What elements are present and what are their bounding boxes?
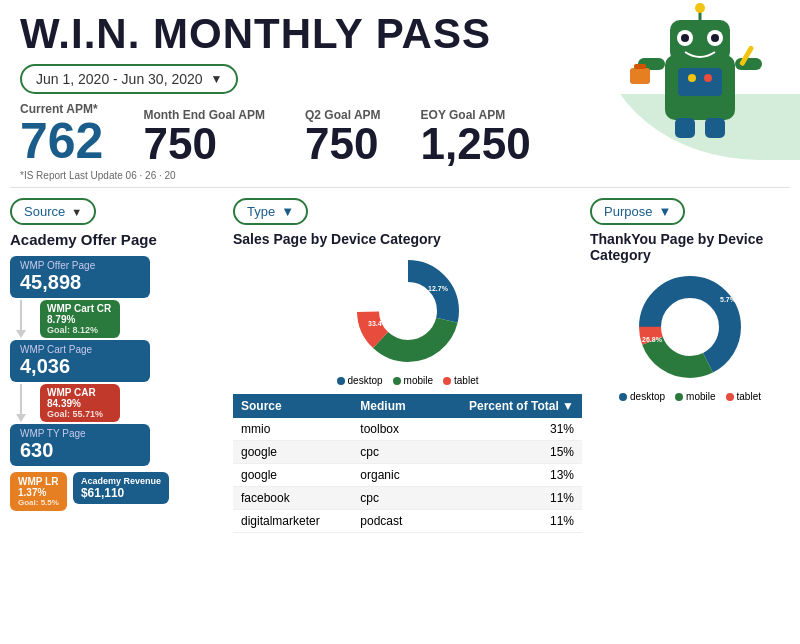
ty-tablet-label: tablet <box>737 391 761 402</box>
table-cell: google <box>233 441 352 464</box>
table-cell: podcast <box>352 510 429 533</box>
table-cell: 15% <box>430 441 582 464</box>
table-cell: 11% <box>430 510 582 533</box>
current-apm-block: Current APM* 762 <box>20 102 103 166</box>
ty-donut-chart: 67.5% 26.8% 5.7% <box>630 267 750 387</box>
legend-tablet: tablet <box>443 375 478 386</box>
table-cell: digitalmarketer <box>233 510 352 533</box>
chevron-down-icon: ▼ <box>281 204 294 219</box>
ty-page-value: 630 <box>20 439 140 462</box>
offer-page-value: 45,898 <box>20 271 140 294</box>
car-value: 84.39% <box>47 398 113 409</box>
month-end-apm-block: Month End Goal APM 750 <box>143 108 265 166</box>
table-cell: organic <box>352 464 429 487</box>
car-goal: Goal: 55.71% <box>47 409 113 419</box>
svg-text:26.8%: 26.8% <box>642 336 663 343</box>
car-badge: WMP CAR 84.39% Goal: 55.71% <box>40 384 120 422</box>
table-cell: mmio <box>233 418 352 441</box>
desktop-label: desktop <box>348 375 383 386</box>
ty-mobile-label: mobile <box>686 391 715 402</box>
left-panel: Source ▼ Academy Offer Page WMP Offer Pa… <box>10 198 225 533</box>
ty-mobile-dot <box>675 393 683 401</box>
eoy-apm-value: 1,250 <box>421 122 531 166</box>
source-dropdown-label: Source <box>24 204 65 219</box>
table-cell: google <box>233 464 352 487</box>
mobile-dot <box>393 377 401 385</box>
q2-apm-block: Q2 Goal APM 750 <box>305 108 381 166</box>
ty-desktop-label: desktop <box>630 391 665 402</box>
sales-donut-chart: 53.9% 33.4% 12.7% <box>348 251 468 371</box>
cart-cr-label: WMP Cart CR <box>47 303 113 314</box>
revenue-label: Academy Revenue <box>81 476 161 486</box>
desktop-dot <box>337 377 345 385</box>
svg-point-14 <box>704 74 712 82</box>
ty-legend-tablet: tablet <box>726 391 761 402</box>
sales-chart-container: Sales Page by Device Category <box>233 231 582 386</box>
month-end-apm-value: 750 <box>143 122 265 166</box>
ty-desktop-dot <box>619 393 627 401</box>
mobile-label: mobile <box>404 375 433 386</box>
ty-tablet-dot <box>726 393 734 401</box>
table-cell: cpc <box>352 441 429 464</box>
cart-page-value: 4,036 <box>20 355 140 378</box>
table-cell: toolbox <box>352 418 429 441</box>
table-row: googleorganic13% <box>233 464 582 487</box>
revenue-value: $61,110 <box>81 486 161 500</box>
table-cell: 11% <box>430 487 582 510</box>
svg-text:5.7%: 5.7% <box>720 296 737 303</box>
svg-text:67.5%: 67.5% <box>675 311 696 318</box>
offer-page-box: WMP Offer Page 45,898 <box>10 256 150 298</box>
left-panel-title: Academy Offer Page <box>10 231 225 248</box>
svg-rect-17 <box>634 64 646 69</box>
svg-text:12.7%: 12.7% <box>428 285 449 292</box>
table-row: googlecpc15% <box>233 441 582 464</box>
chevron-down-icon: ▼ <box>211 72 223 86</box>
date-range-dropdown[interactable]: Jun 1, 2020 - Jun 30, 2020 ▼ <box>20 64 238 94</box>
funnel-chart: WMP Offer Page 45,898 WMP Cart CR 8.79% … <box>10 256 225 511</box>
svg-point-28 <box>665 302 715 352</box>
table-header-percent: Percent of Total ▼ <box>430 394 582 418</box>
svg-text:53.9%: 53.9% <box>398 291 419 298</box>
type-dropdown[interactable]: Type ▼ <box>233 198 308 225</box>
sales-legend: desktop mobile tablet <box>233 375 582 386</box>
table-header-source: Source <box>233 394 352 418</box>
svg-rect-12 <box>678 68 722 96</box>
purpose-dropdown[interactable]: Purpose ▼ <box>590 198 685 225</box>
car-label: WMP CAR <box>47 387 113 398</box>
ty-legend-mobile: mobile <box>675 391 715 402</box>
lift-value: 1.37% <box>18 487 59 498</box>
type-dropdown-label: Type <box>247 204 275 219</box>
data-table: Source Medium Percent of Total ▼ mmiotoo… <box>233 394 582 533</box>
tablet-dot <box>443 377 451 385</box>
right-panel: Purpose ▼ ThankYou Page by Device Catego… <box>590 198 790 533</box>
ty-legend-desktop: desktop <box>619 391 665 402</box>
svg-point-4 <box>681 34 689 42</box>
eoy-apm-block: EOY Goal APM 1,250 <box>421 108 531 166</box>
ty-page-label: WMP TY Page <box>20 428 140 439</box>
purpose-dropdown-label: Purpose <box>604 204 652 219</box>
center-panel: Type ▼ Sales Page by Device Category <box>233 198 582 533</box>
chevron-down-icon: ▼ <box>658 204 671 219</box>
table-cell: facebook <box>233 487 352 510</box>
cart-cr-goal: Goal: 8.12% <box>47 325 113 335</box>
table-row: mmiotoolbox31% <box>233 418 582 441</box>
revenue-badge: Academy Revenue $61,110 <box>73 472 169 504</box>
table-row: digitalmarketerpodcast11% <box>233 510 582 533</box>
lift-goal: Goal: 5.5% <box>18 498 59 507</box>
offer-page-label: WMP Offer Page <box>20 260 140 271</box>
ty-legend: desktop mobile tablet <box>590 391 790 402</box>
legend-desktop: desktop <box>337 375 383 386</box>
svg-point-13 <box>688 74 696 82</box>
ty-page-box: WMP TY Page 630 <box>10 424 150 466</box>
svg-text:33.4%: 33.4% <box>368 320 389 327</box>
lift-badge: WMP LR 1.37% Goal: 5.5% <box>10 472 67 511</box>
tablet-label: tablet <box>454 375 478 386</box>
cart-page-label: WMP Cart Page <box>20 344 140 355</box>
cart-cr-value: 8.79% <box>47 314 113 325</box>
q2-apm-value: 750 <box>305 122 381 166</box>
table-cell: 31% <box>430 418 582 441</box>
sales-chart-title: Sales Page by Device Category <box>233 231 582 247</box>
source-dropdown[interactable]: Source ▼ <box>10 198 96 225</box>
svg-point-7 <box>695 3 705 13</box>
svg-rect-9 <box>735 58 762 70</box>
